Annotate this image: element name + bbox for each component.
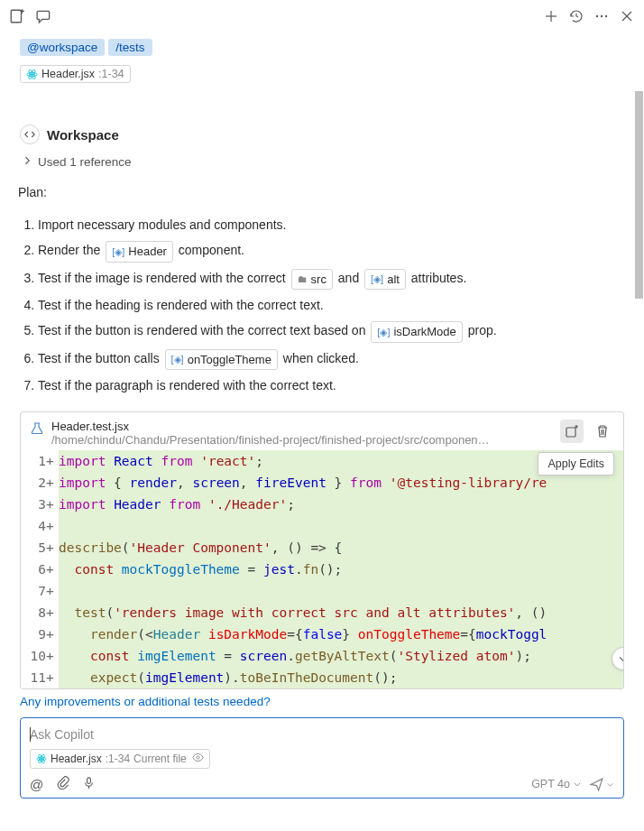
context-file-name: Header.jsx [51,753,102,765]
plan-item: Test if the image is rendered with the c… [38,269,624,291]
code-line: 5+describe('Header Component', () => { [21,537,623,559]
tests-badge[interactable]: /tests [108,39,152,56]
panel-toolbar [0,0,644,32]
eye-icon [192,752,204,766]
history-icon[interactable] [568,8,584,24]
plan-label: Plan: [18,185,624,199]
model-selector[interactable]: GPT 4o [531,778,582,790]
chat-input[interactable]: Ask Copilot [30,725,614,749]
plan-list: Import necessary modules and components.… [38,216,624,395]
send-button[interactable] [589,777,614,792]
code-line: 8+ test('renders image with correct src … [21,602,623,623]
context-file-range: :1-34 [106,753,130,765]
scrollbar[interactable] [635,91,643,299]
new-chat-icon[interactable] [9,8,25,24]
code-icon [20,125,40,144]
svg-point-6 [601,14,603,16]
code-line: 4+ [21,515,623,537]
chevron-right-icon [22,155,32,169]
chat-input-area: Ask Copilot Header.jsx:1-34 Current file… [20,717,624,799]
delete-button[interactable] [591,420,614,443]
code-line: 6+ const mockToggleTheme = jest.fn(); [21,559,623,580]
beaker-icon [30,421,44,439]
file-range: :1-34 [98,68,124,80]
symbol-icon: [◈] [377,325,390,340]
plan-item: Test if the button is rendered with the … [38,321,624,343]
voice-button[interactable] [82,776,96,792]
add-icon[interactable] [543,8,559,24]
more-icon[interactable] [593,8,610,24]
apply-edits-button[interactable] [560,420,584,443]
section-title: Workspace [47,127,119,143]
svg-point-7 [605,14,607,16]
apply-edits-tooltip: Apply Edits [538,452,614,476]
mention-button[interactable]: @ [30,777,43,792]
symbol-chip[interactable]: [◈]alt [364,269,406,291]
code-filepath: /home/chindu/Chandu/Presentation/finishe… [51,433,614,447]
code-body[interactable]: 1+import React from 'react';2+import { r… [21,450,623,688]
folder-chip[interactable]: 🖿src [291,269,333,291]
svg-point-13 [32,73,33,75]
plan-item: Test if the heading is rendered with the… [38,296,624,315]
plan-item: Test if the paragraph is rendered with t… [38,376,624,395]
references-label: Used 1 reference [38,155,132,169]
close-icon[interactable] [619,8,635,24]
code-panel: Header.test.jsx /home/chindu/Chandu/Pres… [20,411,624,689]
file-reference-chip[interactable]: Header.jsx:1-34 [20,65,131,83]
symbol-icon: [◈] [371,272,383,287]
context-file-label: Current file [133,753,187,765]
react-icon [26,69,38,80]
workspace-badge[interactable]: @workspace [20,39,105,56]
symbol-chip[interactable]: [◈]Header [106,241,173,263]
symbol-icon: [◈] [171,352,184,367]
plan-item: Render the [◈]Header component. [38,241,624,263]
file-name: Header.jsx [41,68,95,80]
code-line: 11+ expect(imgElement).toBeInTheDocument… [21,667,623,688]
svg-rect-15 [566,428,575,437]
svg-rect-23 [87,778,91,784]
plan-item: Test if the button calls [◈]onToggleThem… [38,349,624,371]
model-name: GPT 4o [531,778,570,790]
context-file-chip[interactable]: Header.jsx:1-34 Current file [30,749,210,769]
folder-icon: 🖿 [298,272,308,287]
code-line: 10+ const imgElement = screen.getByAltTe… [21,645,623,667]
svg-rect-0 [11,10,21,23]
svg-point-21 [41,758,42,760]
code-line: 2+import { render, screen, fireEvent } f… [21,472,623,494]
react-icon [36,753,47,764]
symbol-chip[interactable]: [◈]isDarkMode [371,321,462,343]
chat-history-icon[interactable] [36,8,52,24]
code-line: 9+ render(<Header isDarkMode={false} onT… [21,623,623,645]
followup-suggestion[interactable]: Any improvements or additional tests nee… [20,695,624,708]
code-line: 7+ [21,580,623,602]
code-filename: Header.test.jsx [51,420,614,433]
symbol-icon: [◈] [112,245,124,260]
svg-point-22 [197,756,199,759]
svg-point-5 [596,14,598,16]
attach-button[interactable] [56,776,69,792]
symbol-chip[interactable]: [◈]onToggleTheme [165,349,278,371]
code-line: 1+import React from 'react'; [21,450,623,472]
references-toggle[interactable]: Used 1 reference [22,155,624,169]
plan-item: Import necessary modules and components. [38,216,624,235]
code-line: 3+import Header from './Header'; [21,494,623,515]
